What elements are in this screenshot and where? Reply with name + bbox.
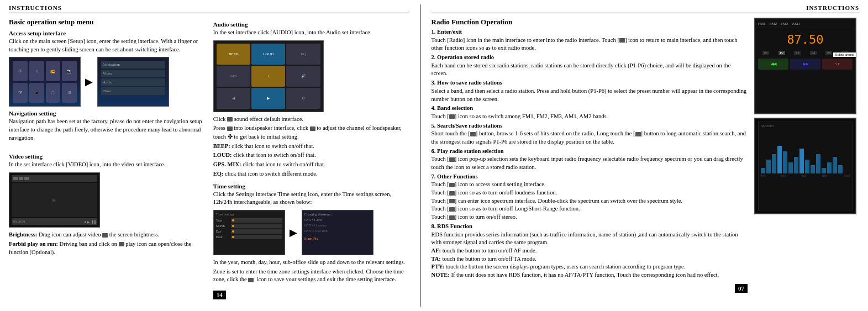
video-bottom-bar: 00:00:00 ■ ▶ ▐▐ xyxy=(12,218,97,225)
radio-title: Radio Function Operation xyxy=(432,18,748,27)
loud-icon xyxy=(449,191,455,196)
month-value xyxy=(231,224,282,228)
section-4: 4. Band selection Touch [] icon so as to… xyxy=(432,104,748,120)
forbid-label: Forbid play on run: xyxy=(9,241,58,247)
setup-screenshots: ⚙ ♫ 📻 📷 🗺 📱 🎵 ⚙ xyxy=(9,57,204,107)
audio-icon-7: ◀ xyxy=(217,88,250,109)
save-icon xyxy=(248,278,254,282)
svg-rect-5 xyxy=(788,162,793,173)
hour-value xyxy=(231,235,282,239)
right-header: INSTRUCTIONS xyxy=(432,4,859,13)
loud-text: LOUD: click that icon to switch on/off t… xyxy=(213,151,409,160)
left-page-number: 14 xyxy=(213,291,226,299)
screen-icon-6: 📱 xyxy=(29,83,44,103)
time-row-hour: Hour xyxy=(216,235,282,239)
radio-frequency-display: 87.50 xyxy=(755,29,855,50)
svg-rect-3 xyxy=(777,146,782,173)
time-screenshots: Time Settings Year Month xyxy=(213,210,409,255)
left-header: INSTRUCTIONS xyxy=(9,4,409,13)
radio-control-3: ST xyxy=(822,59,853,70)
svg-rect-2 xyxy=(772,154,776,173)
audio-icon-5: ♪ xyxy=(251,66,285,87)
section-2-title: 2. Operation stored radio xyxy=(432,54,495,60)
audio-click-text: Click sound effect default interface. xyxy=(213,115,409,124)
brightness-icon xyxy=(102,233,108,238)
setup-screen-2: Navigation Video Audio Time xyxy=(97,57,169,107)
screen-icon-1: ⚙ xyxy=(13,61,28,81)
basic-section: Basic operation setup menu Access setup … xyxy=(9,18,204,256)
svg-rect-7 xyxy=(799,149,804,173)
screen-icon-2: ♫ xyxy=(29,61,44,81)
video-bar xyxy=(12,175,97,182)
preset-p1: P1 xyxy=(762,51,769,55)
radio-screenshot-top: FM1 FM2 FM3 AM1 87.50 P1 P2 P3 P4 xyxy=(754,18,856,114)
section-3: 3. How to save radio stations Select a b… xyxy=(432,79,748,103)
preset-p2: P2 xyxy=(778,51,785,55)
video-text: In the set interface click [VIDEO] icon,… xyxy=(9,161,204,169)
section-8-title: 8. RDS Function xyxy=(432,223,472,229)
radio-top-bar: FM1 FM2 FM3 AM1 xyxy=(755,19,855,29)
screen-icon-8: ⚙ xyxy=(62,83,77,103)
access-text: Click on the main screen [Setup] icon, e… xyxy=(9,38,204,54)
adjust-icon xyxy=(310,126,315,131)
time-row-month: Month xyxy=(216,224,282,228)
right-page-number: 07 xyxy=(735,284,748,293)
svg-rect-6 xyxy=(794,157,798,173)
preset-p5: P5 xyxy=(825,51,832,55)
section-5: 5. Search/Save radio stations Short touc… xyxy=(432,122,748,146)
forbid-icon xyxy=(119,242,124,246)
screen-icon-7: 🎵 xyxy=(46,83,61,103)
time-screen-2: Changing timezone... GMT+8 Asia GMT+0 Lo… xyxy=(302,210,373,255)
year-label: Year xyxy=(216,219,230,222)
ta-label: TA: xyxy=(432,256,441,262)
audio-press-text: Press into loudspeaker interface, click … xyxy=(213,124,409,141)
preset-p4: P4 xyxy=(810,51,817,55)
audio-section: Audio setting In the set interface click… xyxy=(213,21,409,178)
sliding-label: Sliding around xyxy=(833,52,857,57)
nav-title: Navigation setting xyxy=(9,110,204,117)
svg-rect-4 xyxy=(783,151,787,173)
time-arrow-icon: ▶ xyxy=(290,226,297,239)
svg-rect-8 xyxy=(805,160,809,173)
day-value xyxy=(231,229,282,234)
video-main-area: ▶ xyxy=(12,183,97,217)
time-intro: Click the Settings interface Time settin… xyxy=(213,191,409,207)
spectrum-scale: 87.590.095.0100.0108.0 xyxy=(761,175,850,177)
search-short-icon xyxy=(470,132,476,136)
radio-control-1: ◀◀ xyxy=(758,59,788,70)
audio-icon-6: 🔊 xyxy=(286,66,320,87)
stereo-icon xyxy=(449,215,455,220)
radio-screenshots: FM1 FM2 FM3 AM1 87.50 P1 P2 P3 P4 xyxy=(754,18,859,293)
section-5-title: 5. Search/Save radio stations xyxy=(432,123,503,129)
audio-icon-9: ⚙ xyxy=(286,88,320,109)
sound-icon xyxy=(449,183,455,187)
screen-icon-3: 📻 xyxy=(46,61,61,81)
left-main-content: Basic operation setup menu Access setup … xyxy=(9,18,204,299)
af-label: AF: xyxy=(432,247,441,254)
gps-text: GPS. MIX: click that icon to switch on/o… xyxy=(213,161,409,169)
left-column: INSTRUCTIONS Basic operation setup menu … xyxy=(9,4,420,307)
section-1: 1. Enter/exit Touch [Radio] icon in the … xyxy=(432,28,748,52)
svg-rect-1 xyxy=(766,160,771,173)
spectrum-svg xyxy=(761,129,850,173)
radio-main-icon xyxy=(619,38,625,43)
time-section: Time setting Click the Settings interfac… xyxy=(213,183,409,284)
svg-rect-13 xyxy=(833,157,837,173)
brightness-label: Brightness: xyxy=(9,231,37,238)
audio-screen: BEEP LOUD EQ GPS ♪ 🔊 ◀ ▶ ⚙ xyxy=(213,40,324,112)
section-7-title: 7. Other Functions xyxy=(432,173,478,180)
audio-icon-8: ▶ xyxy=(251,88,285,109)
forbid-text: Forbid play on run: Driving ban and clic… xyxy=(9,240,204,256)
year-value xyxy=(231,218,282,223)
radio-control-2: ▶▶ xyxy=(790,59,820,70)
audio-intro: In the set interface click [AUDIO] icon,… xyxy=(213,29,409,37)
time-year-text: In the year, month, day, hour, sub-offic… xyxy=(213,259,409,267)
video-bar-item-3 xyxy=(24,177,29,180)
time-row-year: Year xyxy=(216,218,282,223)
audio-icon-2: LOUD xyxy=(251,44,285,65)
range-icon xyxy=(449,207,455,212)
time-zone-text: Zone is set to enter the time zone setti… xyxy=(213,268,409,284)
spectrum-icon xyxy=(449,199,455,203)
click-icon xyxy=(227,117,233,122)
section-1-title: 1. Enter/exit xyxy=(432,29,462,35)
